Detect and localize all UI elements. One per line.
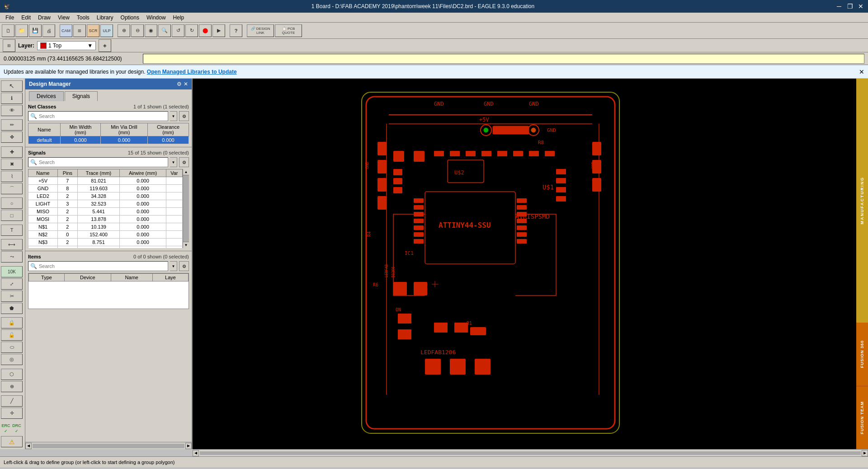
menu-edit[interactable]: Edit [18,14,34,22]
menu-view[interactable]: View [54,14,73,22]
command-input[interactable] [143,54,864,64]
copper-pour-button[interactable]: ⬟ [1,303,23,314]
fusion360-panel-button[interactable]: FUSION 360 [856,323,868,386]
cam-button[interactable]: CAM [60,24,72,37]
info-button[interactable]: ℹ [1,93,23,104]
zoom-area-button[interactable]: 🔍 [158,24,171,37]
run-button[interactable]: ▶ [212,24,225,37]
close-button[interactable]: ✕ [857,3,864,10]
zoom-in-button[interactable]: ⊕ [118,24,130,37]
scroll-up-btn[interactable]: ▲ [183,169,189,175]
script-button[interactable]: SCR [87,24,99,37]
canvas-scroll-left[interactable]: ◀ [193,450,199,456]
zoom-prev-button[interactable]: ↺ [172,24,184,37]
zoom-fit-button[interactable]: ◉ [145,24,157,37]
signals-search-input[interactable] [39,159,166,165]
fusion-team-panel-button[interactable]: FUSION TEAM [856,386,868,449]
pad-button[interactable]: ⬭ [1,342,23,353]
print-button[interactable]: 🖨 [42,24,55,37]
banner-close-button[interactable]: ✕ [859,68,864,75]
delete-button[interactable]: ✖ [1,159,23,170]
menu-draw[interactable]: Draw [34,14,54,22]
drc-lock-button[interactable]: 🔓 [1,329,23,341]
dm-scroll-left[interactable]: ◀ [25,443,32,449]
pencil-button[interactable]: ✏ [1,119,23,131]
eye-button[interactable]: 👁 [1,105,23,116]
table-row[interactable]: N$328.7510.000 [28,239,183,246]
table-row[interactable]: MOSI213.8780.000 [28,216,183,223]
manufacturing-panel-button[interactable]: MANUFACTURING [856,79,868,323]
autoroute-button[interactable]: ⤢ [1,278,23,290]
dm-close-button[interactable]: ✕ [184,81,188,87]
table-row[interactable]: default 0.000 0.000 0.000 [28,136,189,144]
grid-toggle-button[interactable]: ⊞ [3,39,15,52]
canvas-scroll-right[interactable]: ▶ [862,450,868,456]
arc-button[interactable]: ⌒ [1,183,23,194]
update-link[interactable]: Open Managed Libraries to Update [147,69,237,75]
erc-button[interactable]: ERC ✓ [1,422,11,433]
table-row[interactable]: LED2234.3280.000 [28,192,183,200]
add-button[interactable]: ✚ [1,146,23,158]
restore-button[interactable]: ❐ [846,3,854,10]
ulp-button[interactable]: ULP [100,24,113,37]
items-filter-button[interactable]: ⚙ [179,261,189,271]
table-row[interactable]: LIGHT332.5230.000 [28,200,183,208]
signals-scrollbar[interactable]: ▲ ▼ [183,169,189,248]
table-row[interactable]: N$428.8530.000 [28,246,183,249]
signals-search-dropdown[interactable]: ▼ [170,157,177,167]
move-button[interactable]: ✥ [1,131,23,143]
scroll-down-btn[interactable]: ▼ [183,242,189,248]
dm-scroll-right[interactable]: ▶ [185,443,192,449]
menu-window[interactable]: Window [143,14,170,22]
circle-button[interactable]: ○ [1,197,23,209]
signals-scroll-content[interactable]: Name Pins Trace (mm) Airwire (mm) Var +5… [28,169,183,248]
dm-horizontal-scrollbar[interactable]: ◀ ▶ [25,442,192,449]
text-button[interactable]: T [1,225,23,236]
select-tool-button[interactable]: ↖ [1,80,23,92]
route-button[interactable]: ⤳ [1,251,23,263]
pcb-quote-button[interactable]: 📋 PCBQUOTE [275,24,302,37]
design-link-button[interactable]: 🔗 DESIGNLINK [247,24,274,37]
items-search-dropdown[interactable]: ▼ [170,261,177,271]
new-button[interactable]: 🗋 [2,24,14,37]
tab-signals[interactable]: Signals [65,91,98,101]
via-button[interactable]: ◎ [1,354,23,365]
menu-tools[interactable]: Tools [73,14,93,22]
canvas-horizontal-scrollbar[interactable]: ◀ ▶ [193,449,868,456]
table-row[interactable]: GND8119.6030.000 [28,185,183,192]
dimension-button[interactable]: ⟷ [1,239,23,250]
layer-selector[interactable]: 1 Top ▼ [37,41,96,50]
minimize-button[interactable]: ─ [835,3,843,10]
table-row[interactable]: MISO25.4410.000 [28,208,183,216]
dm-settings-button[interactable]: ⚙ [177,81,182,87]
table-row[interactable]: N$20152.4000.000 [28,231,183,239]
warning-button[interactable]: ⚠ [1,436,23,447]
net-classes-search-dropdown[interactable]: ▼ [170,111,177,121]
line-button[interactable]: ╱ [1,395,23,407]
help-button[interactable]: ? [230,24,242,37]
polygon-button[interactable]: ⬡ [1,369,23,380]
signals-filter-button[interactable]: ⚙ [179,157,189,167]
table-row[interactable]: N$1210.1390.000 [28,223,183,231]
menu-file[interactable]: File [2,14,18,22]
pcb-board-svg[interactable]: GND GND GND +5V GND R8 [193,79,856,449]
menu-library[interactable]: Library [93,14,117,22]
pcb-canvas-area[interactable]: GND GND GND +5V GND R8 [193,79,856,449]
net-classes-filter-button[interactable]: ⚙ [179,111,189,121]
net-classes-search-input[interactable] [39,113,166,119]
stop-button[interactable]: ⬤ [199,24,212,37]
menu-options[interactable]: Options [117,14,143,22]
cross-button[interactable]: ✛ [1,408,23,419]
drc-button[interactable]: DRC ✓ [12,422,22,433]
tab-devices[interactable]: Devices [29,91,64,101]
rect-button[interactable]: □ [1,210,23,221]
zoom-out-button[interactable]: ⊖ [131,24,144,37]
wire-button[interactable]: ⌇ [1,171,23,182]
save-button[interactable]: 💾 [29,24,42,37]
ripup-button[interactable]: ✂ [1,291,23,302]
menu-help[interactable]: Help [170,14,188,22]
layer-settings-button[interactable]: ◈ [99,39,111,52]
zoom-next-button[interactable]: ↻ [185,24,198,37]
items-search-input[interactable] [39,263,166,269]
open-button[interactable]: 📁 [15,24,28,37]
